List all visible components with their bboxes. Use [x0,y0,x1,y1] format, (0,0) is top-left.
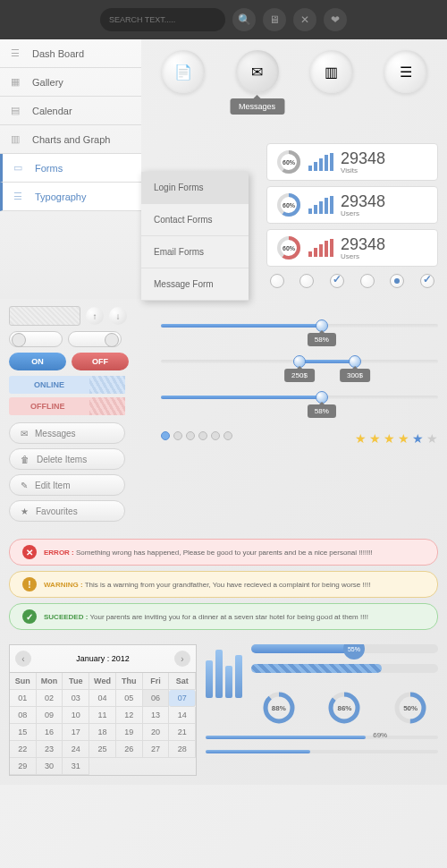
cal-date[interactable]: 20 [143,724,170,741]
cal-date[interactable]: 11 [89,707,116,724]
star-icon[interactable]: ★ [398,431,409,446]
cal-date[interactable]: 22 [10,741,37,758]
slider-pill[interactable] [9,331,63,347]
cal-date[interactable]: 31 [63,758,89,775]
search-icon[interactable]: 🔍 [232,8,256,31]
cal-next[interactable]: › [174,651,190,667]
cal-date[interactable]: 14 [169,707,196,724]
range-slider[interactable]: 250$ 300$ [161,360,438,363]
nav-dashboard[interactable]: ☰Dash Board [0,39,141,68]
cal-date[interactable]: 29 [10,758,37,775]
radio-checked[interactable] [330,274,344,288]
cal-date[interactable]: 07 [169,690,196,707]
checkbox-checked[interactable] [420,274,434,288]
cal-date[interactable]: 23 [37,741,63,758]
page-dot[interactable] [224,431,232,440]
cal-date[interactable]: 25 [89,741,116,758]
page-dot[interactable] [161,431,170,440]
status-offline[interactable]: OFFLINE [9,397,125,415]
cal-prev[interactable]: ‹ [15,651,31,667]
cal-date[interactable]: 01 [10,690,37,707]
pill-messages[interactable]: ✉Messages [9,422,125,444]
radio-selected[interactable] [390,274,404,288]
star-icon[interactable]: ★ [412,431,424,446]
star-icon[interactable]: ★ [355,431,367,446]
star-icon[interactable]: ★ [384,431,395,446]
toggle-off[interactable]: OFF [72,353,129,370]
nav-typography[interactable]: ☰Typography [0,183,141,211]
cal-date[interactable]: 19 [116,724,143,741]
cal-date[interactable]: 28 [169,741,196,758]
mini-bars [308,196,333,214]
page-dot[interactable] [211,431,220,440]
submenu-contact[interactable]: Contact Forms [141,204,249,236]
nav-label: Typography [35,191,86,202]
progress-panel: 55% 88% 86% 50% 69% [206,644,438,776]
cal-date[interactable]: 17 [63,724,89,741]
chart-button[interactable]: ▥ [310,50,353,93]
slider[interactable]: 58% [161,396,438,399]
nav-gallery[interactable]: ▦Gallery [0,68,141,97]
cal-date[interactable]: 21 [169,724,196,741]
submenu-message[interactable]: Message Form [141,268,249,301]
cal-date[interactable]: 15 [10,724,37,741]
progress-bar[interactable]: 55% [251,644,438,653]
status-online[interactable]: ONLINE [9,376,125,394]
monitor-icon[interactable]: 🖥 [263,8,286,31]
cal-date[interactable]: 18 [89,724,116,741]
cal-date[interactable]: 04 [89,690,116,707]
doc-button[interactable]: 📄 [162,50,205,93]
page-dot[interactable] [186,431,195,440]
up-button[interactable]: ↑ [86,307,104,325]
slider-value: 250$ [284,369,315,382]
nav-calendar[interactable]: ▤Calendar [0,97,141,125]
page-dot[interactable] [173,431,182,440]
cal-date[interactable]: 06 [143,690,170,707]
cal-date[interactable]: 27 [143,741,170,758]
submenu-email[interactable]: Email Forms [141,236,249,268]
cal-date[interactable]: 30 [37,758,63,775]
cal-date[interactable]: 26 [116,741,143,758]
cal-date[interactable]: 10 [63,707,89,724]
down-button[interactable]: ↓ [109,307,127,325]
page-dot[interactable] [198,431,207,440]
check-icon: ✓ [22,609,37,624]
cal-date[interactable]: 13 [143,707,170,724]
cal-date[interactable]: 24 [63,741,89,758]
tools-icon[interactable]: ✕ [293,8,316,31]
radio[interactable] [360,274,375,288]
cal-date[interactable]: 03 [63,690,89,707]
slider[interactable]: 58% [161,324,438,328]
cal-date[interactable]: 02 [37,690,63,707]
progress-thin[interactable] [206,750,438,753]
flame-icon[interactable]: ❤ [324,8,347,31]
radio[interactable] [270,274,284,288]
messages-button[interactable]: ✉ Messages [236,50,279,93]
star-icon[interactable]: ★ [426,431,438,446]
cal-date[interactable]: 05 [116,690,143,707]
trash-icon: 🗑 [21,455,30,464]
radio[interactable] [299,274,314,288]
submenu-login[interactable]: Login Forms [141,172,249,204]
list-icon: ☰ [400,64,412,81]
progress-knob[interactable]: 55% [343,644,365,660]
slider-pill[interactable] [68,331,122,347]
star-icon[interactable]: ★ [369,431,381,446]
search-box[interactable] [100,8,225,31]
nav-forms[interactable]: ▭Forms [0,154,141,183]
nav-charts[interactable]: ▥Charts and Graph [0,125,141,154]
cal-date[interactable]: 12 [116,707,143,724]
cal-day-head: Fri [143,673,170,690]
pill-delete[interactable]: 🗑Delete Items [9,448,125,470]
pill-edit[interactable]: ✎Edit Item [9,474,125,496]
pill-fav[interactable]: ★Favourites [9,500,125,522]
cal-date[interactable]: 08 [10,707,37,724]
progress-thin[interactable]: 69% [206,736,438,739]
search-input[interactable] [109,15,216,24]
cal-date[interactable]: 16 [37,724,63,741]
progress-bar-striped[interactable] [251,664,438,673]
nav-label: Calendar [32,106,72,116]
cal-date[interactable]: 09 [37,707,63,724]
toggle-on[interactable]: ON [9,353,66,370]
list-button[interactable]: ☰ [384,50,427,93]
